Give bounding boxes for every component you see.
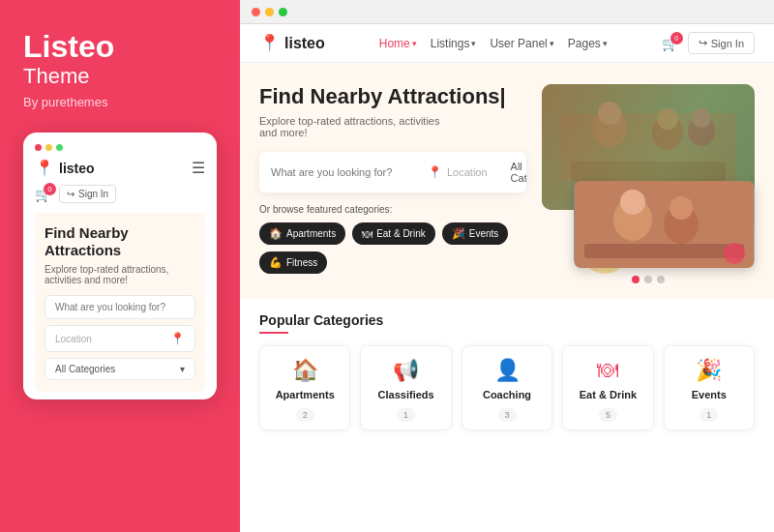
- popular-card-apartments[interactable]: 🏠 Apartments 2: [259, 345, 350, 430]
- classifieds-card-label: Classifieds: [369, 389, 442, 400]
- mobile-dot-red: [35, 144, 42, 151]
- search-bar-input[interactable]: [259, 158, 416, 187]
- events-card-label: Events: [672, 389, 746, 400]
- apartments-card-count: 2: [296, 408, 314, 422]
- site-nav: Home ▾ Listings ▾ User Panel ▾ Pages ▾: [379, 37, 608, 50]
- hero-left: Find Nearby Attractions| Explore top-rat…: [259, 84, 526, 283]
- nav-item-user-panel[interactable]: User Panel ▾: [490, 37, 553, 50]
- mobile-search-input[interactable]: [45, 295, 195, 319]
- mobile-signin-label: Sign In: [78, 189, 108, 199]
- apartments-card-icon: 🏠: [268, 358, 342, 383]
- nav-home-chevron-icon: ▾: [412, 39, 417, 48]
- mobile-hero-section: Find Nearby Attractions Explore top-rate…: [35, 213, 205, 392]
- right-panel: 📍 listeo Home ▾ Listings ▾ User Panel ▾ …: [240, 0, 774, 532]
- eat-drink-card-icon: 🍽: [571, 358, 644, 383]
- mobile-top-bar: [35, 144, 205, 151]
- browser-dot-green: [279, 8, 287, 16]
- coaching-card-count: 3: [498, 408, 517, 422]
- eat-drink-pill-icon: 🍽: [362, 228, 372, 240]
- nav-pages-label: Pages: [568, 37, 601, 50]
- eat-drink-card-count: 5: [599, 408, 617, 422]
- mobile-mockup: 📍 listeo ☰ 🛒 0 ↪ Sign In Find Nearby Att…: [23, 133, 217, 399]
- brand-title: Listeo: [23, 31, 217, 62]
- left-panel: Listeo Theme By purethemes 📍 listeo ☰ 🛒 …: [0, 0, 240, 532]
- header-signin-button[interactable]: ↪ Sign In: [688, 32, 755, 54]
- eat-drink-card-label: Eat & Drink: [571, 389, 644, 400]
- events-card-icon: 🎉: [672, 358, 746, 383]
- search-bar-location[interactable]: 📍 Location: [416, 157, 499, 188]
- apartments-pill-label: Apartments: [286, 228, 336, 239]
- nav-item-home[interactable]: Home ▾: [379, 37, 417, 50]
- apartments-card-label: Apartments: [268, 389, 342, 400]
- header-cart-badge: 0: [670, 32, 683, 44]
- brand-by: By purethemes: [23, 95, 217, 109]
- eat-drink-pill-label: Eat & Drink: [376, 228, 426, 239]
- mobile-dot-green: [56, 144, 63, 151]
- popular-categories-grid: 🏠 Apartments 2 📢 Classifieds 1 👤 Coachin…: [259, 345, 755, 430]
- browser-dot-yellow: [265, 8, 274, 16]
- events-pill-icon: 🎉: [452, 227, 465, 240]
- cat-pill-eat-drink[interactable]: 🍽 Eat & Drink: [352, 222, 435, 245]
- cat-pill-fitness[interactable]: 💪 Fitness: [259, 251, 327, 274]
- nav-listings-label: Listings: [431, 37, 470, 50]
- browser-dot-red: [252, 8, 260, 16]
- events-pill-label: Events: [469, 228, 499, 239]
- browser-chrome: [240, 0, 774, 24]
- site-header-right: 🛒 0 ↪ Sign In: [662, 32, 755, 54]
- nav-listings-chevron-icon: ▾: [471, 39, 476, 48]
- mobile-location-text: Location: [55, 334, 92, 344]
- nav-item-pages[interactable]: Pages ▾: [568, 37, 608, 50]
- nav-userpanel-label: User Panel: [490, 37, 547, 50]
- location-placeholder-text: Location: [447, 166, 488, 178]
- site-logo: 📍 listeo: [259, 33, 325, 53]
- popular-card-events[interactable]: 🎉 Events 1: [664, 345, 755, 430]
- pink-blob-decoration: [724, 243, 745, 264]
- search-bar-category[interactable]: All Categories ▾: [499, 152, 526, 192]
- nav-item-listings[interactable]: Listings ▾: [431, 37, 477, 50]
- popular-title-underline: [259, 332, 288, 334]
- hero-images: [542, 84, 755, 283]
- popular-card-eat-drink[interactable]: 🍽 Eat & Drink 5: [562, 345, 653, 430]
- slider-dot-3[interactable]: [657, 276, 665, 283]
- site-logo-text: listeo: [284, 35, 325, 52]
- classifieds-card-count: 1: [397, 408, 415, 422]
- mobile-signin-icon: ↪: [67, 189, 74, 199]
- featured-cats-label: Or browse featured categories:: [259, 204, 526, 215]
- popular-card-classifieds[interactable]: 📢 Classifieds 1: [360, 345, 451, 430]
- nav-userpanel-chevron-icon: ▾: [550, 39, 554, 48]
- mobile-categories-chevron-icon: ▾: [180, 364, 185, 374]
- mobile-location-input[interactable]: Location 📍: [45, 325, 195, 352]
- svg-point-13: [670, 196, 693, 220]
- mobile-hero-title: Find Nearby Attractions: [45, 224, 195, 259]
- svg-point-11: [620, 190, 645, 215]
- hero-title: Find Nearby Attractions|: [259, 84, 526, 109]
- mobile-logo-text: listeo: [59, 161, 95, 176]
- mobile-logo-pin-icon: 📍: [35, 159, 54, 177]
- coaching-card-icon: 👤: [470, 358, 544, 383]
- mobile-location-pin-icon: 📍: [170, 332, 185, 345]
- mobile-hamburger-icon[interactable]: ☰: [192, 159, 205, 177]
- fitness-pill-label: Fitness: [286, 257, 317, 268]
- brand-subtitle: Theme: [23, 64, 217, 89]
- popular-card-coaching[interactable]: 👤 Coaching 3: [461, 345, 552, 430]
- site-header: 📍 listeo Home ▾ Listings ▾ User Panel ▾ …: [240, 24, 774, 63]
- search-bar: 📍 Location All Categories ▾ Search: [259, 152, 526, 192]
- cat-pill-apartments[interactable]: 🏠 Apartments: [259, 222, 345, 245]
- mobile-cart-badge: 0: [44, 183, 56, 195]
- events-card-count: 1: [700, 408, 718, 422]
- mobile-signin-button[interactable]: ↪ Sign In: [59, 185, 116, 203]
- cat-pill-events[interactable]: 🎉 Events: [442, 222, 509, 245]
- header-signin-icon: ↪: [699, 37, 707, 49]
- coaching-card-label: Coaching: [470, 389, 544, 400]
- mobile-nav: 📍 listeo ☰: [35, 159, 205, 177]
- mobile-cart-button[interactable]: 🛒 0: [35, 187, 51, 202]
- site-logo-pin-icon: 📍: [259, 33, 280, 53]
- featured-cats: 🏠 Apartments 🍽 Eat & Drink 🎉 Events 💪 Fi…: [259, 222, 526, 274]
- location-pin-icon: 📍: [428, 165, 442, 179]
- slider-dot-1[interactable]: [632, 276, 640, 283]
- slider-dot-2[interactable]: [644, 276, 652, 283]
- mobile-categories-select[interactable]: All Categories ▾: [45, 358, 195, 380]
- fitness-pill-icon: 💪: [269, 256, 283, 269]
- header-cart-button[interactable]: 🛒 0: [662, 36, 678, 51]
- svg-rect-14: [584, 244, 744, 258]
